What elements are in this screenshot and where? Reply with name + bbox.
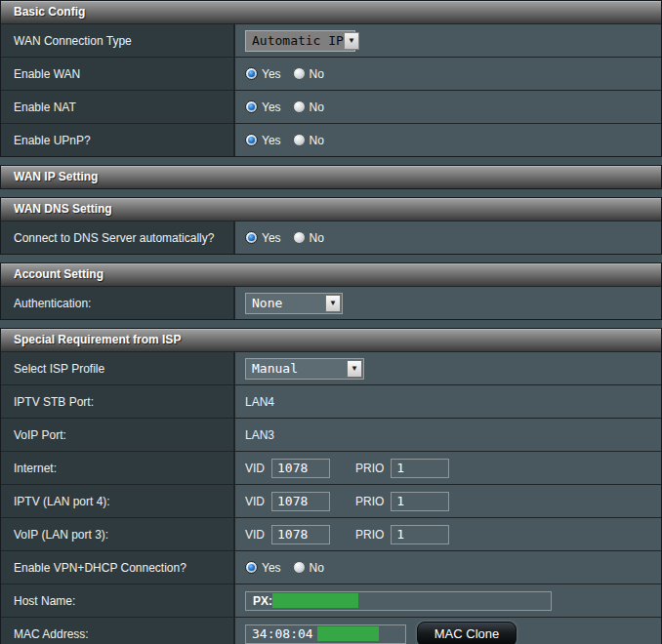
authentication-value: None ▼ xyxy=(235,287,661,319)
enable-nat-no-radio[interactable] xyxy=(293,101,306,113)
row-enable-wan: Enable WAN Yes No xyxy=(1,57,661,90)
section-header-account-setting: Account Setting xyxy=(1,263,661,286)
enable-wan-no-radio[interactable] xyxy=(293,67,306,80)
enable-upnp-label: Enable UPnP? xyxy=(1,124,235,156)
enable-wan-yes-radio[interactable] xyxy=(245,67,258,80)
dns-auto-no-label: No xyxy=(310,231,324,245)
mac-address-prefix-text: 34:08:04 xyxy=(250,626,313,641)
dns-auto-value: Yes No xyxy=(235,221,661,254)
isp-profile-label: Select ISP Profile xyxy=(1,352,235,384)
enable-wan-label: Enable WAN xyxy=(1,58,235,90)
section-header-basic-config: Basic Config xyxy=(1,1,661,23)
iptv-lan4-vid-input[interactable] xyxy=(271,492,330,511)
host-name-prefix-text: PX: xyxy=(250,594,272,608)
redaction-block xyxy=(317,626,379,641)
row-iptv-lan4-vlan: IPTV (LAN port 4): VID PRIO xyxy=(1,484,661,517)
host-name-label: Host Name: xyxy=(1,584,235,617)
enable-upnp-no-radio[interactable] xyxy=(293,134,306,146)
vpn-dhcp-label: Enable VPN+DHCP Connection? xyxy=(1,551,235,584)
enable-nat-no-label: No xyxy=(310,101,324,114)
section-special-requirement-isp: Special Requirement from ISP Select ISP … xyxy=(0,328,662,644)
select-value-text: Automatic IP xyxy=(252,33,344,48)
vpn-dhcp-value: Yes No xyxy=(235,551,661,584)
voip-port-text: LAN3 xyxy=(245,428,274,442)
select-value-text: None xyxy=(252,296,282,310)
iptv-lan4-label: IPTV (LAN port 4): xyxy=(1,485,235,517)
host-name-value: PX: xyxy=(235,584,661,617)
chevron-down-icon: ▼ xyxy=(325,295,341,312)
row-authentication: Authentication: None ▼ xyxy=(1,286,661,319)
section-basic-config: Basic Config WAN Connection Type Automat… xyxy=(0,0,662,157)
wan-connection-type-label: WAN Connection Type xyxy=(1,24,235,57)
enable-wan-yes-label: Yes xyxy=(262,67,281,81)
iptv-lan4-prio-label: PRIO xyxy=(355,495,384,508)
mac-clone-button[interactable]: MAC Clone xyxy=(417,622,517,644)
row-internet-vlan: Internet: VID PRIO xyxy=(1,451,661,484)
enable-nat-yes-label: Yes xyxy=(262,101,281,114)
internet-vlan-value: VID PRIO xyxy=(235,452,661,484)
enable-wan-value: Yes No xyxy=(235,58,661,90)
authentication-select[interactable]: None ▼ xyxy=(245,293,343,314)
iptv-lan4-vid-label: VID xyxy=(245,495,265,508)
dns-auto-no-radio[interactable] xyxy=(293,231,306,244)
voip-lan3-vid-label: VID xyxy=(245,528,265,542)
row-enable-nat: Enable NAT Yes No xyxy=(1,90,661,123)
voip-lan3-prio-label: PRIO xyxy=(355,528,384,542)
vpn-dhcp-yes-label: Yes xyxy=(262,561,281,575)
select-value-text: Manual xyxy=(252,361,298,376)
section-header-special-requirement-isp: Special Requirement from ISP xyxy=(1,329,661,351)
internet-prio-label: PRIO xyxy=(355,462,384,475)
iptv-stb-port-value: LAN4 xyxy=(235,385,661,418)
row-wan-connection-type: WAN Connection Type Automatic IP ▼ xyxy=(1,23,661,57)
internet-vid-input[interactable] xyxy=(271,459,330,478)
iptv-lan4-value: VID PRIO xyxy=(235,485,661,517)
dns-auto-yes-label: Yes xyxy=(262,231,281,245)
isp-profile-select[interactable]: Manual ▼ xyxy=(245,358,364,380)
row-isp-profile: Select ISP Profile Manual ▼ xyxy=(1,351,661,384)
voip-port-label: VoIP Port: xyxy=(1,419,235,451)
enable-nat-yes-radio[interactable] xyxy=(245,101,258,113)
row-mac-address: MAC Address: 34:08:04 MAC Clone xyxy=(1,617,661,644)
section-wan-dns-setting: WAN DNS Setting Connect to DNS Server au… xyxy=(0,197,662,255)
section-wan-ip-setting: WAN IP Setting xyxy=(0,165,662,189)
voip-port-value: LAN3 xyxy=(235,419,661,451)
vpn-dhcp-no-radio[interactable] xyxy=(293,561,306,574)
mac-address-value: 34:08:04 MAC Clone xyxy=(235,618,661,644)
enable-upnp-yes-label: Yes xyxy=(262,134,281,147)
vpn-dhcp-yes-radio[interactable] xyxy=(245,561,258,574)
voip-lan3-label: VoIP (LAN port 3): xyxy=(1,518,235,550)
internet-prio-input[interactable] xyxy=(391,459,449,478)
voip-lan3-value: VID PRIO xyxy=(235,518,661,550)
iptv-lan4-prio-input[interactable] xyxy=(391,492,449,511)
section-account-setting: Account Setting Authentication: None ▼ xyxy=(0,262,662,320)
row-voip-lan3-vlan: VoIP (LAN port 3): VID PRIO xyxy=(1,517,661,550)
enable-nat-value: Yes No xyxy=(235,91,661,123)
voip-lan3-vid-input[interactable] xyxy=(271,525,330,544)
row-dns-auto: Connect to DNS Server automatically? Yes… xyxy=(1,221,661,254)
wan-connection-type-select[interactable]: Automatic IP ▼ xyxy=(245,30,355,52)
enable-upnp-value: Yes No xyxy=(235,124,661,156)
internet-vid-label: VID xyxy=(245,462,265,475)
row-iptv-stb-port: IPTV STB Port: LAN4 xyxy=(1,384,661,418)
dns-auto-yes-radio[interactable] xyxy=(245,231,258,244)
mac-address-label: MAC Address: xyxy=(1,618,235,644)
row-vpn-dhcp: Enable VPN+DHCP Connection? Yes No xyxy=(1,550,661,584)
voip-lan3-prio-input[interactable] xyxy=(391,525,449,544)
chevron-down-icon: ▼ xyxy=(347,360,362,378)
internet-vlan-label: Internet: xyxy=(1,452,235,484)
enable-upnp-no-label: No xyxy=(310,134,324,147)
authentication-label: Authentication: xyxy=(1,287,235,319)
chevron-down-icon: ▼ xyxy=(344,32,359,50)
host-name-input[interactable]: PX: xyxy=(245,591,552,611)
iptv-stb-port-label: IPTV STB Port: xyxy=(1,385,235,418)
enable-wan-no-label: No xyxy=(310,67,324,81)
redaction-block xyxy=(272,593,358,608)
isp-profile-value: Manual ▼ xyxy=(235,352,661,384)
wan-connection-type-value: Automatic IP ▼ xyxy=(235,24,661,57)
mac-address-input[interactable]: 34:08:04 xyxy=(245,624,406,644)
enable-upnp-yes-radio[interactable] xyxy=(245,134,258,146)
iptv-stb-port-text: LAN4 xyxy=(245,395,274,409)
row-enable-upnp: Enable UPnP? Yes No xyxy=(1,123,661,156)
row-host-name: Host Name: PX: xyxy=(1,584,661,617)
section-header-wan-dns-setting: WAN DNS Setting xyxy=(1,198,661,221)
